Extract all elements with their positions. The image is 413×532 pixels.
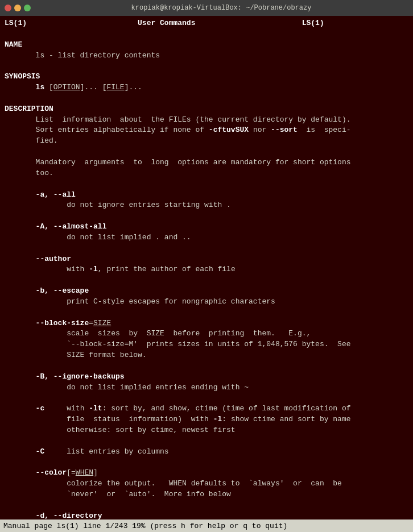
window-buttons (5, 5, 31, 11)
minimize-button[interactable] (14, 5, 21, 11)
window-title: kropiak@kropiak-VirtualBox: ~/Pobrane/ob… (34, 4, 408, 12)
close-button[interactable] (5, 5, 11, 11)
man-page-text: LS(1) User Commands LS(1) NAME ls - list… (5, 18, 408, 532)
status-text: Manual page ls(1) line 1/243 19% (press … (3, 522, 287, 530)
status-bar: Manual page ls(1) line 1/243 19% (press … (0, 519, 413, 532)
maximize-button[interactable] (24, 5, 31, 11)
terminal: LS(1) User Commands LS(1) NAME ls - list… (0, 16, 413, 532)
man-page-content: LS(1) User Commands LS(1) NAME ls - list… (0, 18, 413, 532)
title-bar: kropiak@kropiak-VirtualBox: ~/Pobrane/ob… (0, 0, 413, 16)
